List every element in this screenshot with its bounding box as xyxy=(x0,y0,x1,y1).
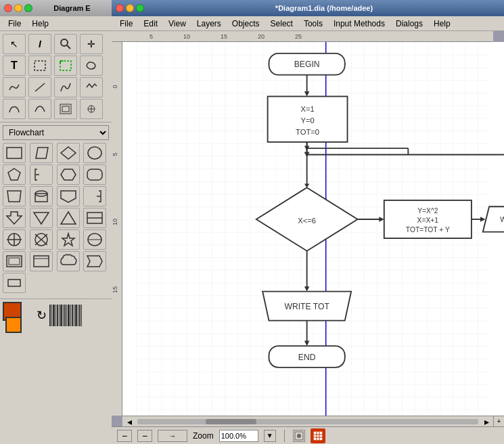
svg-rect-51 xyxy=(64,305,66,326)
menu-edit[interactable]: Edit xyxy=(138,18,163,30)
shape-pentagon[interactable] xyxy=(3,164,26,185)
shape-category-select[interactable]: Flowchart xyxy=(3,125,109,140)
menu-select[interactable]: Select xyxy=(265,18,298,30)
shape-cylinder[interactable] xyxy=(30,186,53,206)
menu-dialogs[interactable]: Dialogs xyxy=(390,18,428,30)
left-menu-help[interactable]: Help xyxy=(26,18,54,30)
menu-layers[interactable]: Layers xyxy=(191,18,227,30)
scroll-corner: + xyxy=(493,416,504,426)
svg-rect-48 xyxy=(59,305,60,326)
scrollbar-horizontal[interactable]: ◂ ▸ xyxy=(122,416,493,426)
tool-move[interactable]: ✛ xyxy=(80,34,103,54)
shape-cloud[interactable] xyxy=(57,251,80,271)
svg-text:0: 0 xyxy=(112,85,118,88)
rotate-icon[interactable]: ↻ xyxy=(37,308,47,323)
scroll-right-button[interactable]: ▸ xyxy=(480,415,493,427)
svg-rect-20 xyxy=(35,194,47,202)
svg-text:X=X+1: X=X+1 xyxy=(417,217,439,224)
left-min-button[interactable] xyxy=(14,4,22,12)
shape-pentagon2[interactable] xyxy=(57,186,80,206)
menu-help[interactable]: Help xyxy=(428,18,456,30)
scroll-left-button[interactable]: ◂ xyxy=(122,415,136,427)
tool-curve[interactable] xyxy=(54,77,77,97)
svg-line-1 xyxy=(67,45,70,49)
tool-text[interactable]: T xyxy=(3,56,26,76)
svg-marker-13 xyxy=(36,148,48,158)
shape-trapezoid[interactable] xyxy=(3,186,26,206)
tool-select2[interactable] xyxy=(54,99,77,119)
tool-freehand[interactable] xyxy=(3,77,26,97)
shape-bracket-l[interactable] xyxy=(30,164,53,185)
right-max-button[interactable] xyxy=(136,4,144,12)
menu-view[interactable]: View xyxy=(163,18,191,30)
shape-star[interactable] xyxy=(57,229,80,250)
svg-rect-58 xyxy=(78,305,78,326)
canvas-area[interactable]: BEGIN X=1 Y=0 TOT=0 xyxy=(122,42,504,416)
shape-arrow-down[interactable] xyxy=(3,208,26,228)
shape-rectangle[interactable] xyxy=(3,143,26,163)
svg-rect-43 xyxy=(49,305,51,326)
menu-tools[interactable]: Tools xyxy=(298,18,328,30)
svg-text:Y=X^2: Y=X^2 xyxy=(417,207,438,215)
zoom-out-button[interactable]: − xyxy=(117,430,132,442)
shape-x[interactable] xyxy=(30,229,53,250)
shape-triangle-down[interactable] xyxy=(30,208,53,228)
svg-rect-18 xyxy=(87,169,102,180)
snap-icon[interactable] xyxy=(293,430,305,442)
tool-text-cursor[interactable]: I xyxy=(28,34,51,54)
shape-small-rect[interactable] xyxy=(3,273,26,293)
statusbar: − − → Zoom ▼ xyxy=(112,426,504,444)
shape-bracket-r[interactable] xyxy=(83,186,106,206)
svg-rect-60 xyxy=(81,305,82,326)
left-menu-file[interactable]: File xyxy=(3,18,26,30)
shape-parallelogram[interactable] xyxy=(30,143,53,163)
svg-rect-55 xyxy=(72,305,73,326)
shape-circle2[interactable] xyxy=(83,229,106,250)
zoom-out-button2[interactable]: − xyxy=(137,430,152,442)
shape-rect3[interactable] xyxy=(30,251,53,271)
tool-box[interactable] xyxy=(28,56,51,76)
shape-diamond[interactable] xyxy=(57,143,80,163)
shape-rect-split[interactable] xyxy=(83,208,106,228)
tool-lasso[interactable] xyxy=(80,56,103,76)
menu-file[interactable]: File xyxy=(114,18,138,30)
svg-rect-52 xyxy=(66,305,67,326)
menu-objects[interactable]: Objects xyxy=(227,18,265,30)
background-color[interactable] xyxy=(5,317,22,333)
menu-input[interactable]: Input Methods xyxy=(328,18,390,30)
tool-select-box[interactable] xyxy=(54,56,77,76)
tool-polyline[interactable] xyxy=(28,99,51,119)
tool-select[interactable]: ↖ xyxy=(3,34,26,54)
tool-bezier[interactable] xyxy=(3,99,26,119)
tool-zigzag[interactable] xyxy=(80,77,103,97)
grid-icon[interactable] xyxy=(311,428,325,443)
right-titlebar: *Diagram1.dia (/home/adee) xyxy=(112,0,504,16)
left-max-button[interactable] xyxy=(24,4,32,12)
right-min-button[interactable] xyxy=(126,4,134,12)
tool-line[interactable] xyxy=(28,77,51,97)
right-close-button[interactable] xyxy=(116,4,124,12)
right-title: *Diagram1.dia (/home/adee) xyxy=(148,4,500,12)
left-title: Diagram E xyxy=(37,4,108,12)
left-close-button[interactable] xyxy=(4,4,12,12)
svg-text:TOT=0: TOT=0 xyxy=(296,128,319,136)
svg-rect-38 xyxy=(9,258,20,265)
svg-rect-3 xyxy=(60,61,71,70)
shape-triangle[interactable] xyxy=(57,208,80,228)
svg-text:X=1: X=1 xyxy=(300,105,314,113)
svg-rect-49 xyxy=(60,305,62,326)
svg-rect-113 xyxy=(314,432,322,440)
right-win-buttons xyxy=(116,4,144,12)
tool-zoom[interactable] xyxy=(54,34,77,54)
shape-circle[interactable] xyxy=(83,143,106,163)
shape-cross[interactable] xyxy=(3,229,26,250)
shape-hexagon[interactable] xyxy=(57,164,80,185)
tool-misc[interactable] xyxy=(80,99,103,119)
zoom-in-arrow[interactable]: → xyxy=(158,430,187,442)
shape-rounded-rect[interactable] xyxy=(83,164,106,185)
ruler-horizontal: 5 10 15 20 25 xyxy=(112,31,493,42)
zoom-dropdown-button[interactable]: ▼ xyxy=(264,430,276,442)
zoom-input[interactable] xyxy=(219,430,258,442)
shape-rect2[interactable] xyxy=(3,251,26,271)
shape-chevron[interactable] xyxy=(83,251,106,271)
